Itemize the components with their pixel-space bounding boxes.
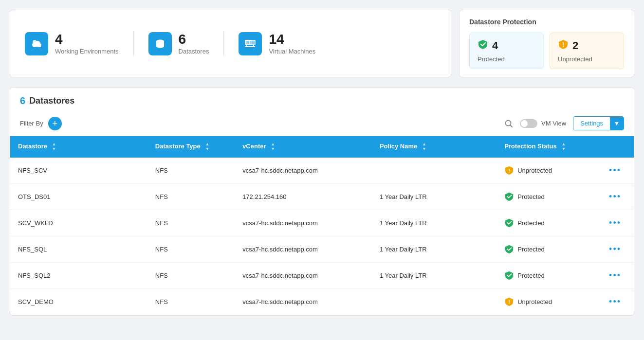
status-text: Unprotected (517, 167, 552, 174)
datastores-table: Datastore ▲▼ Datastore Type ▲▼ vCenter ▲… (10, 136, 634, 315)
we-label: Working Environments (55, 48, 119, 55)
vm-view-switch[interactable] (520, 119, 537, 128)
working-environments-item: 4 Working Environments (25, 32, 133, 55)
row-actions: ••• (596, 236, 634, 262)
protection-status: ! Unprotected (497, 288, 596, 315)
section-count: 6 (20, 95, 25, 107)
more-options-button[interactable]: ••• (606, 217, 624, 229)
we-count: 4 (55, 32, 119, 47)
table-row: OTS_DS01NFS172.21.254.1601 Year Daily LT… (10, 183, 634, 210)
protection-status: Protected (497, 183, 596, 210)
table-body: NFS_SCVNFSvcsa7-hc.sddc.netapp.com ! Unp… (10, 158, 634, 315)
settings-label: Settings (573, 117, 610, 130)
datastore-type: NFS (147, 262, 235, 288)
vm-label: Virtual Machines (269, 48, 315, 55)
svg-point-4 (33, 40, 37, 44)
policy-name (372, 158, 497, 184)
unprotected-count-row: ! 2 (558, 39, 616, 53)
svg-text:!: ! (508, 299, 510, 305)
row-actions: ••• (596, 183, 634, 210)
row-actions: ••• (596, 288, 634, 315)
datastores-item: 6 Datastores (134, 32, 224, 55)
protection-status: Protected (497, 262, 596, 288)
protected-label: Protected (478, 55, 535, 63)
svg-line-19 (511, 125, 513, 127)
policy-name (372, 288, 497, 315)
protection-stats: 4 Protected ! 2 Unprotected (469, 33, 624, 69)
filter-row: Filter By + VM View Settings ▼ (10, 112, 634, 136)
datastore-type: NFS (147, 183, 235, 210)
col-header-policy[interactable]: Policy Name ▲▼ (372, 136, 497, 158)
vcenter-link[interactable]: vcsa7-hc.sddc.netapp.com (235, 236, 372, 262)
vm-icon (239, 32, 262, 55)
row-actions: ••• (596, 158, 634, 184)
table-row: NFS_SQL2NFSvcsa7-hc.sddc.netapp.com1 Yea… (10, 262, 634, 288)
sort-icon-status: ▲▼ (561, 142, 566, 152)
shield-protected-icon (504, 270, 514, 280)
policy-name: 1 Year Daily LTR (372, 262, 497, 288)
ds-label: Datastores (179, 48, 209, 55)
col-header-type[interactable]: Datastore Type ▲▼ (147, 136, 235, 158)
svg-rect-3 (33, 45, 40, 47)
more-options-button[interactable]: ••• (606, 191, 624, 203)
filter-right: VM View Settings ▼ (504, 116, 624, 130)
status-text: Protected (517, 272, 545, 279)
vcenter-link[interactable]: 172.21.254.160 (235, 183, 372, 210)
vm-count: 14 (269, 32, 315, 47)
sort-icon-type: ▲▼ (205, 142, 209, 152)
status-text: Protected (517, 246, 545, 253)
protection-card: Datastore Protection 4 Protected (459, 10, 634, 77)
settings-button[interactable]: Settings ▼ (573, 116, 624, 130)
col-header-datastore[interactable]: Datastore ▲▼ (10, 136, 147, 158)
protected-count-row: 4 (478, 39, 535, 53)
shield-protected-icon (504, 244, 514, 254)
protected-box: 4 Protected (469, 33, 544, 69)
table-row: NFS_SCVNFSvcsa7-hc.sddc.netapp.com ! Unp… (10, 158, 634, 184)
more-options-button[interactable]: ••• (606, 269, 624, 282)
warning-yellow-icon: ! (558, 39, 569, 53)
datastore-name[interactable]: NFS_SQL (10, 236, 147, 262)
section-header: 6 Datastores (10, 88, 634, 112)
settings-arrow-icon: ▼ (610, 117, 624, 130)
more-options-button[interactable]: ••• (606, 164, 624, 177)
search-button[interactable] (504, 119, 513, 128)
svg-text:!: ! (508, 168, 510, 174)
datastore-name[interactable]: NFS_SCV (10, 158, 147, 184)
datastore-name[interactable]: NFS_SQL2 (10, 262, 147, 288)
table-row: NFS_SQLNFSvcsa7-hc.sddc.netapp.com1 Year… (10, 236, 634, 262)
unprotected-box: ! 2 Unprotected (550, 33, 624, 69)
status-text: Unprotected (517, 298, 552, 305)
shield-protected-icon (504, 192, 514, 201)
datastore-name[interactable]: OTS_DS01 (10, 183, 147, 210)
protected-count: 4 (492, 39, 498, 52)
datastores-text: 6 Datastores (179, 32, 209, 55)
row-actions: ••• (596, 210, 634, 236)
summary-card: 4 Working Environments 6 Datastores (10, 10, 451, 77)
datastore-type: NFS (147, 158, 235, 184)
svg-rect-13 (250, 41, 255, 44)
add-filter-button[interactable]: + (48, 117, 62, 130)
vcenter-link[interactable]: vcsa7-hc.sddc.netapp.com (235, 262, 372, 288)
shield-green-icon (478, 39, 488, 53)
col-header-status[interactable]: Protection Status ▲▼ (497, 136, 596, 158)
filter-by-label: Filter By (20, 120, 43, 127)
status-text: Protected (517, 219, 545, 227)
vcenter-link[interactable]: vcsa7-hc.sddc.netapp.com (235, 210, 372, 236)
protection-status: Protected (497, 236, 596, 262)
more-options-button[interactable]: ••• (606, 243, 624, 255)
protection-status: Protected (497, 210, 596, 236)
vcenter-link[interactable]: vcsa7-hc.sddc.netapp.com (235, 158, 372, 184)
sort-icon-datastore: ▲▼ (52, 142, 56, 152)
row-actions: ••• (596, 262, 634, 288)
protection-title: Datastore Protection (469, 18, 624, 26)
datastore-name[interactable]: SCV_DEMO (10, 288, 147, 315)
svg-point-18 (506, 120, 511, 125)
datastore-name[interactable]: SCV_WKLD (10, 210, 147, 236)
unprotected-label: Unprotected (558, 55, 616, 63)
filter-left: Filter By + (20, 117, 62, 130)
vcenter-link[interactable]: vcsa7-hc.sddc.netapp.com (235, 288, 372, 315)
more-options-button[interactable]: ••• (606, 296, 624, 308)
sort-icon-policy: ▲▼ (422, 142, 426, 152)
col-header-vcenter[interactable]: vCenter ▲▼ (235, 136, 372, 158)
sort-icon-vcenter: ▲▼ (271, 142, 275, 152)
